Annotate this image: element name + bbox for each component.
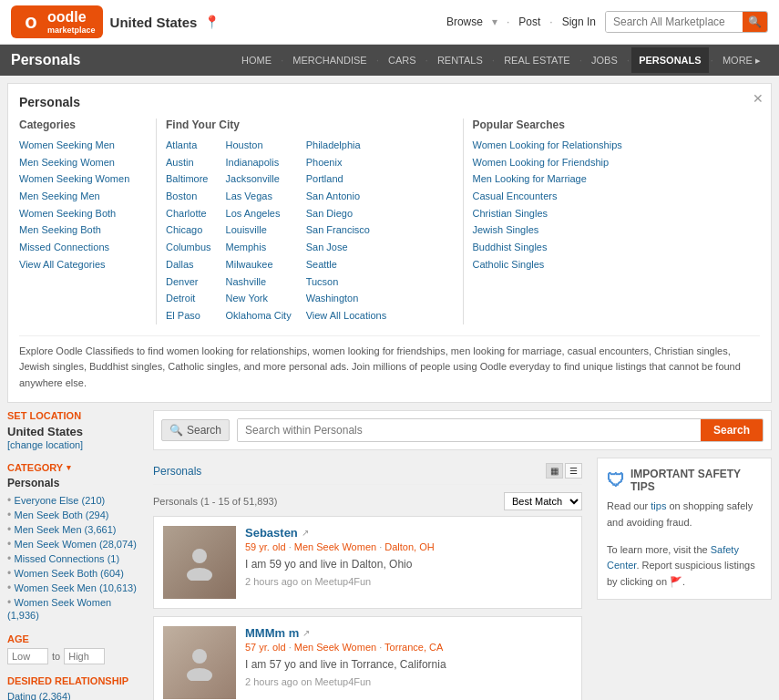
signin-link[interactable]: Sign In	[562, 15, 596, 28]
city-denver[interactable]: Denver	[166, 273, 211, 291]
sidebar-category-list: Everyone Else (210) Men Seek Both (294) …	[7, 493, 146, 623]
panel-cities-col: Find Your City Atlanta Austin Baltimore …	[166, 118, 454, 324]
cat-men-seeking-men[interactable]: Men Seeking Men	[19, 188, 147, 205]
listing-name[interactable]: Sebasten	[245, 526, 298, 540]
top-search-button[interactable]: 🔍	[743, 12, 767, 32]
top-search-input[interactable]	[606, 12, 743, 32]
logo-text: oodle	[47, 9, 87, 25]
cat-men-seek-women[interactable]: Men Seek Women (28,074)	[15, 539, 137, 550]
cat-view-all[interactable]: View All Categories	[19, 256, 147, 273]
oodle-logo[interactable]: o oodle marketplace	[11, 5, 103, 38]
listing-name-link: Sebasten ↗	[245, 526, 572, 540]
close-panel-button[interactable]: ✕	[753, 91, 764, 106]
nav-more[interactable]: MORE ▸	[715, 47, 768, 74]
city-columbus[interactable]: Columbus	[166, 239, 211, 256]
list-view-icon[interactable]: ☰	[565, 463, 582, 479]
pop-women-relationships[interactable]: Women Looking for Relationships	[473, 137, 761, 154]
change-location-link[interactable]: [change location]	[7, 438, 146, 451]
desired-dating[interactable]: Dating (2,364)	[7, 690, 146, 700]
search-input[interactable]	[238, 419, 701, 441]
cat-missed-connections[interactable]: Missed Connections	[19, 239, 147, 256]
nav-merchandise[interactable]: MERCHANDISE	[285, 47, 374, 73]
cat-women-seek-both[interactable]: Women Seek Both (604)	[15, 568, 124, 579]
browse-link[interactable]: Browse	[446, 15, 483, 28]
age-low-input[interactable]	[7, 648, 48, 664]
city-seattle[interactable]: Seattle	[306, 256, 386, 273]
safety-center-link[interactable]: Safety Center	[607, 544, 739, 571]
city-newyork[interactable]: New York	[226, 290, 292, 307]
nav-personals[interactable]: PERSONALS	[631, 47, 708, 73]
list-item: Everyone Else (210)	[7, 493, 146, 508]
city-louisville[interactable]: Louisville	[226, 221, 292, 239]
safety-tips-link[interactable]: tips	[651, 500, 666, 511]
cat-women-seeking-men[interactable]: Women Seeking Men	[19, 137, 147, 154]
cat-women-seek-women[interactable]: Women Seek Women (1,936)	[7, 597, 111, 621]
city-chicago[interactable]: Chicago	[166, 221, 211, 239]
listing-card: Sebasten ↗ 59 yr. old · Men Seek Women ·…	[153, 516, 582, 609]
nav-cars[interactable]: CARS	[381, 47, 424, 73]
city-sandiego[interactable]: San Diego	[306, 205, 386, 222]
city-indianapolis[interactable]: Indianapolis	[226, 154, 292, 171]
category-header[interactable]: CATEGORY ▾	[7, 462, 146, 473]
cat-men-seeking-women[interactable]: Men Seeking Women	[19, 154, 147, 171]
breadcrumb-personals-link[interactable]: Personals	[153, 465, 201, 478]
pop-men-marriage[interactable]: Men Looking for Marriage	[473, 170, 761, 188]
city-dallas[interactable]: Dallas	[166, 256, 211, 273]
city-oklahomacity[interactable]: Oklahoma City	[226, 307, 292, 324]
nav-jobs[interactable]: JOBS	[584, 47, 625, 73]
post-link[interactable]: Post	[518, 15, 540, 28]
cat-missed-connections-side[interactable]: Missed Connections (1)	[15, 553, 120, 564]
cat-women-seeking-both[interactable]: Women Seeking Both	[19, 205, 147, 222]
city-phoenix[interactable]: Phoenix	[306, 154, 386, 171]
age-high-input[interactable]	[64, 648, 105, 664]
listing-name[interactable]: MMMm m	[245, 626, 299, 640]
pop-women-friendship[interactable]: Women Looking for Friendship	[473, 154, 761, 171]
city-portland[interactable]: Portland	[306, 170, 386, 188]
location-label: United States	[110, 15, 198, 30]
pop-catholic[interactable]: Catholic Singles	[473, 256, 761, 273]
city-philadelphia[interactable]: Philadelphia	[306, 137, 386, 154]
personals-category-label: Personals	[7, 477, 146, 489]
nav-realestate[interactable]: REAL ESTATE	[497, 47, 578, 73]
city-charlotte[interactable]: Charlotte	[166, 205, 211, 222]
nav-home[interactable]: HOME	[234, 47, 279, 73]
sort-select[interactable]: Best Match Newest Oldest	[504, 492, 582, 510]
city-view-all[interactable]: View All Locations	[306, 307, 386, 324]
pop-jewish[interactable]: Jewish Singles	[473, 221, 761, 239]
pop-buddhist[interactable]: Buddhist Singles	[473, 239, 761, 256]
listing-meta: 57 yr. old · Men Seek Women · Torrance, …	[245, 642, 572, 653]
city-sanjose[interactable]: San Jose	[306, 239, 386, 256]
grid-view-icon[interactable]: ▦	[546, 463, 563, 479]
city-sanfrancisco[interactable]: San Francisco	[306, 221, 386, 239]
person-silhouette-icon	[181, 644, 218, 681]
city-memphis[interactable]: Memphis	[226, 239, 292, 256]
pop-casual[interactable]: Casual Encounters	[473, 188, 761, 205]
person-silhouette-icon	[181, 544, 218, 581]
city-jacksonville[interactable]: Jacksonville	[226, 170, 292, 188]
city-atlanta[interactable]: Atlanta	[166, 137, 211, 154]
city-tucson[interactable]: Tucson	[306, 273, 386, 291]
city-houston[interactable]: Houston	[226, 137, 292, 154]
cat-men-seek-both[interactable]: Men Seek Both (294)	[15, 510, 109, 520]
city-austin[interactable]: Austin	[166, 154, 211, 171]
city-boston[interactable]: Boston	[166, 188, 211, 205]
cat-everyone-else[interactable]: Everyone Else (210)	[15, 495, 106, 506]
city-milwaukee[interactable]: Milwaukee	[226, 256, 292, 273]
city-nashville[interactable]: Nashville	[226, 273, 292, 291]
listing-card: MMMm m ↗ 57 yr. old · Men Seek Women · T…	[153, 616, 582, 700]
city-elpaso[interactable]: El Paso	[166, 307, 211, 324]
cat-men-seek-men[interactable]: Men Seek Men (3,661)	[15, 524, 117, 535]
city-losangeles[interactable]: Los Angeles	[226, 205, 292, 222]
search-button[interactable]: Search	[701, 419, 763, 441]
pop-christian[interactable]: Christian Singles	[473, 205, 761, 222]
city-lasvegas[interactable]: Las Vegas	[226, 188, 292, 205]
city-sanantonio[interactable]: San Antonio	[306, 188, 386, 205]
search-label: Search	[187, 424, 221, 437]
cat-women-seek-men[interactable]: Women Seek Men (10,613)	[15, 582, 137, 593]
cat-men-seeking-both[interactable]: Men Seeking Both	[19, 221, 147, 239]
city-detroit[interactable]: Detroit	[166, 290, 211, 307]
cat-women-seeking-women[interactable]: Women Seeking Women	[19, 170, 147, 188]
nav-rentals[interactable]: RENTALS	[430, 47, 490, 73]
city-washington[interactable]: Washington	[306, 290, 386, 307]
city-baltimore[interactable]: Baltimore	[166, 170, 211, 188]
